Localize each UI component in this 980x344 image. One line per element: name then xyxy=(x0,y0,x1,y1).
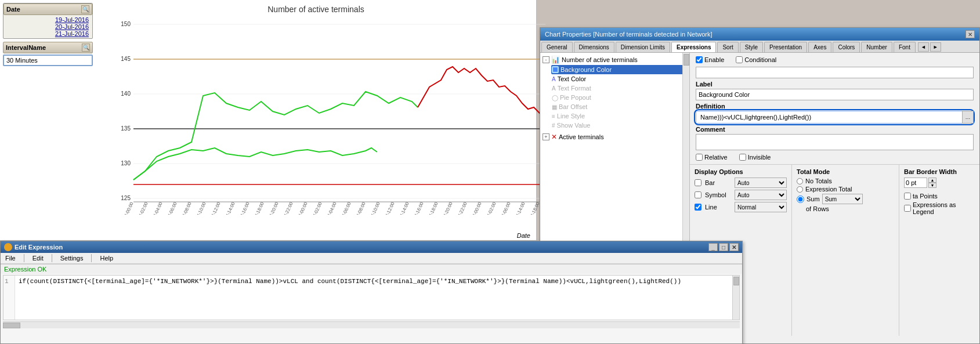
date-value-3[interactable]: 21-Jul-2016 xyxy=(7,30,89,37)
svg-text:19-Jul-16:00: 19-Jul-16:00 xyxy=(235,201,251,215)
sum-option[interactable]: Sum Sum xyxy=(797,194,894,204)
tree-show-value-item[interactable]: # Show Value xyxy=(551,121,688,130)
filter-panel: Date 🔍 19-Jul-2016 20-Jul-2016 21-Jul-20… xyxy=(3,3,93,69)
expr-scrollbar[interactable] xyxy=(732,276,739,320)
symbol-select[interactable]: Auto xyxy=(735,190,787,200)
line-checkbox[interactable] xyxy=(695,204,701,211)
tab-expressions[interactable]: Expressions xyxy=(671,42,716,52)
tab-nav-buttons[interactable]: ◄ ► xyxy=(918,42,941,52)
bar-border-up[interactable]: ▲ xyxy=(928,178,936,183)
svg-text:19-Jul-08:00: 19-Jul-08:00 xyxy=(177,201,193,215)
bar-select[interactable]: Auto xyxy=(735,178,787,188)
date-filter-header[interactable]: Date 🔍 xyxy=(3,3,92,15)
tab-presentation[interactable]: Presentation xyxy=(764,42,807,52)
tree-scrollbar-thumb[interactable] xyxy=(684,54,689,66)
date-value-2[interactable]: 20-Jul-2016 xyxy=(7,23,89,30)
tree-scrollbar[interactable] xyxy=(682,53,689,266)
conditional-checkbox[interactable] xyxy=(736,56,743,63)
enable-checkbox[interactable] xyxy=(696,56,703,63)
menu-help[interactable]: Help xyxy=(97,254,115,262)
svg-text:125: 125 xyxy=(121,195,131,201)
minimize-btn[interactable]: _ xyxy=(708,243,718,251)
sum-select[interactable]: Sum xyxy=(822,194,863,204)
tab-number[interactable]: Number xyxy=(861,42,892,52)
no-totals-option[interactable]: No Totals xyxy=(797,178,894,184)
expression-textarea[interactable]: if(count(DISTINCT{<[terminal_age]={'*IN_… xyxy=(3,276,739,320)
bar-border-input[interactable] xyxy=(904,178,927,188)
line-row: Line Normal xyxy=(695,202,787,212)
menu-edit[interactable]: Edit xyxy=(30,254,46,262)
tree-pie-popout-item[interactable]: ◯ Pie Popout xyxy=(551,93,688,102)
data-points-checkbox[interactable] xyxy=(904,193,911,200)
enable-row: Enable Conditional xyxy=(696,56,974,63)
props-titlebar: Chart Properties [Number of terminals de… xyxy=(540,28,979,41)
comment-section-title: Comment xyxy=(696,126,974,133)
tree-bg-color-item[interactable]: Background Color xyxy=(551,65,688,74)
date-filter: Date 🔍 19-Jul-2016 20-Jul-2016 21-Jul-20… xyxy=(3,3,93,39)
edit-expr-title: Edit Expression xyxy=(15,244,63,251)
menu-file[interactable]: File xyxy=(3,254,18,262)
no-totals-radio[interactable] xyxy=(797,178,803,184)
conditional-checkbox-item[interactable]: Conditional xyxy=(736,56,776,63)
expr-total-radio[interactable] xyxy=(797,186,803,193)
expressions-legend-checkbox[interactable] xyxy=(904,205,911,212)
tree-text-color-item[interactable]: A Text Color xyxy=(551,74,688,84)
date-search-btn[interactable]: 🔍 xyxy=(81,5,89,13)
tree-text-format-item[interactable]: A Text Format xyxy=(551,84,688,93)
label-input[interactable] xyxy=(696,89,974,100)
line-select[interactable]: Normal xyxy=(735,202,787,212)
symbol-checkbox[interactable] xyxy=(695,191,701,198)
interval-filter-header[interactable]: IntervalName 🔍 xyxy=(3,42,93,53)
menu-settings[interactable]: Settings xyxy=(58,254,86,262)
svg-text:20-Jul-00:00: 20-Jul-00:00 xyxy=(293,201,309,215)
date-value-1[interactable]: 19-Jul-2016 xyxy=(7,16,89,23)
tree-root-item[interactable]: - 📊 Number of active terminals xyxy=(542,55,688,65)
tab-style[interactable]: Style xyxy=(740,42,763,52)
expr-scrollbar-thumb[interactable] xyxy=(733,277,739,285)
tree-active-terminals-item[interactable]: + ✕ Active terminals xyxy=(542,132,688,142)
tab-sort[interactable]: Sort xyxy=(717,42,738,52)
svg-text:19-Jul-18:00: 19-Jul-18:00 xyxy=(249,201,265,215)
props-close-btn[interactable]: ✕ xyxy=(965,30,975,38)
right-top-section: Enable Conditional Label xyxy=(690,53,979,165)
svg-text:19-Jul-00:00: 19-Jul-00:00 xyxy=(119,201,135,215)
interval-search-btn[interactable]: 🔍 xyxy=(82,44,90,52)
tab-axes[interactable]: Axes xyxy=(808,42,831,52)
bar-border-spinner[interactable]: ▲ ▼ xyxy=(928,178,936,188)
enable-checkbox-item[interactable]: Enable xyxy=(696,56,724,63)
conditional-label: Conditional xyxy=(744,56,776,63)
props-tabs: General Dimensions Dimension Limits Expr… xyxy=(540,41,979,53)
definition-section-title: Definition xyxy=(696,103,974,110)
interval-value[interactable]: 30 Minutes xyxy=(3,55,93,66)
tab-font[interactable]: Font xyxy=(894,42,916,52)
tab-dimensions[interactable]: Dimensions xyxy=(574,42,614,52)
tree-bar-offset-item[interactable]: ▦ Bar Offset xyxy=(551,102,688,111)
relative-checkbox-item[interactable]: Relative xyxy=(696,154,728,161)
tab-dimension-limits[interactable]: Dimension Limits xyxy=(616,42,670,52)
bar-border-title: Bar Border Width xyxy=(904,168,975,175)
bar-checkbox[interactable] xyxy=(695,179,701,186)
comment-textarea[interactable] xyxy=(696,134,974,150)
tab-colors[interactable]: Colors xyxy=(833,42,860,52)
tree-panel: - 📊 Number of active terminals Backgroun… xyxy=(540,53,689,266)
tab-next-btn[interactable]: ► xyxy=(930,42,941,52)
expr-hscrollbar-thumb[interactable] xyxy=(3,323,20,328)
relative-checkbox[interactable] xyxy=(696,154,703,161)
top-text-input[interactable] xyxy=(696,67,974,78)
tree-line-style-item[interactable]: ≡ Line Style xyxy=(551,111,688,121)
bar-border-down[interactable]: ▼ xyxy=(928,183,936,188)
maximize-btn[interactable]: □ xyxy=(719,243,728,251)
expressions-legend-row[interactable]: Expressions as Legend xyxy=(904,201,975,215)
tab-prev-btn[interactable]: ◄ xyxy=(918,42,929,52)
tab-general[interactable]: General xyxy=(541,42,573,52)
data-points-row[interactable]: ta Points xyxy=(904,193,975,200)
expr-total-option[interactable]: Expression Total xyxy=(797,186,894,193)
definition-edit-btn[interactable]: … xyxy=(962,111,974,124)
invisible-checkbox[interactable] xyxy=(739,154,746,161)
titlebar-btns: _ □ ✕ xyxy=(708,243,739,251)
definition-input[interactable] xyxy=(696,111,974,124)
invisible-checkbox-item[interactable]: Invisible xyxy=(739,154,771,161)
sum-radio[interactable] xyxy=(797,195,804,203)
expr-hscrollbar[interactable] xyxy=(3,321,740,328)
close-btn[interactable]: ✕ xyxy=(729,243,739,251)
